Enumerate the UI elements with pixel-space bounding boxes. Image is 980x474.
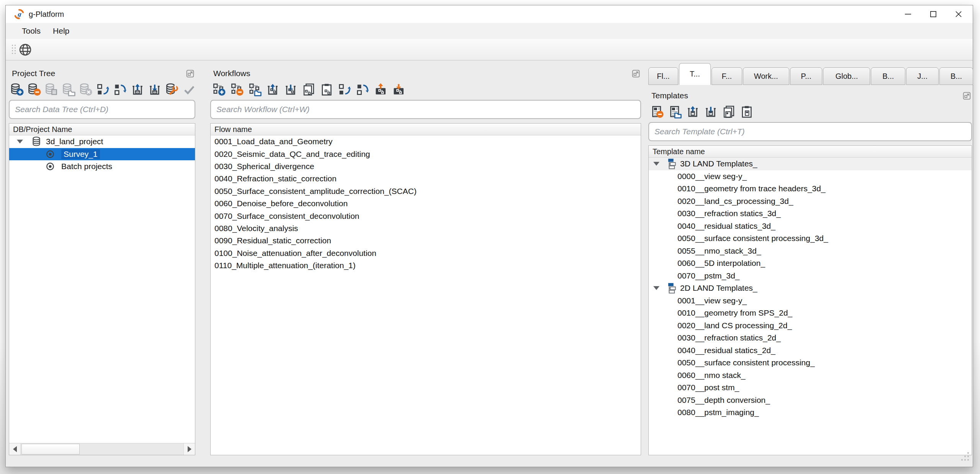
template-label: 0040__residual statics_2d_ bbox=[677, 346, 775, 355]
template-open-button[interactable] bbox=[667, 104, 682, 120]
workflow-row[interactable]: 0050_Surface_consistent_amplitude_correc… bbox=[211, 185, 641, 197]
template-group-row[interactable]: 2D LAND Templates_ bbox=[649, 282, 972, 295]
close-button[interactable] bbox=[946, 6, 971, 22]
maximize-button[interactable] bbox=[921, 6, 946, 22]
workflow-row[interactable]: 0001_Load_data_and_Geometry bbox=[211, 135, 641, 148]
scroll-right-arrow[interactable] bbox=[183, 443, 195, 455]
tab-7[interactable]: B... bbox=[871, 67, 905, 85]
template-row[interactable]: 0050__surface consistent processing_3d_ bbox=[649, 232, 972, 245]
tab-1[interactable]: Fl... bbox=[648, 67, 678, 85]
window-resize-grip[interactable] bbox=[956, 451, 970, 465]
template-row[interactable]: 0070__pstm_3d_ bbox=[649, 270, 972, 282]
expander-icon[interactable] bbox=[653, 162, 659, 166]
tree-item-batch-projects[interactable]: Batch projects bbox=[9, 160, 195, 173]
template-row[interactable]: 0010__geometry from trace headers_3d_ bbox=[649, 182, 972, 195]
template-import-button[interactable] bbox=[703, 104, 718, 120]
menu-item-tools[interactable]: Tools bbox=[16, 24, 47, 38]
workflow-copy-button[interactable] bbox=[301, 81, 316, 98]
flow-name-column-header[interactable]: Flow name bbox=[211, 124, 641, 135]
workflow-open-button[interactable] bbox=[247, 81, 262, 98]
workflow-row[interactable]: 0090_Residual_static_correction bbox=[211, 235, 641, 247]
template-label: 0070__post stm_ bbox=[677, 383, 739, 392]
template-row[interactable]: 0000__view seg-y_ bbox=[649, 170, 972, 183]
workflow-row[interactable]: 0020_Seismic_data_QC_and_trace_editing bbox=[211, 148, 641, 160]
database-import-button[interactable] bbox=[147, 81, 162, 98]
template-row[interactable]: 0030__refraction statics_3d_ bbox=[649, 207, 972, 220]
workflow-add-button[interactable] bbox=[211, 81, 226, 98]
database-remove-button[interactable] bbox=[27, 81, 41, 98]
template-copy-button[interactable] bbox=[721, 104, 736, 120]
right-dock-panel: Fl...T...F...Work...P...Glob...B...J...B… bbox=[648, 63, 973, 455]
workflow-row[interactable]: 0110_Multiple_attenuation_(iteration_1) bbox=[211, 259, 641, 272]
workflow-row[interactable]: 0030_Spherical_divergence bbox=[211, 160, 641, 173]
template-row[interactable]: 0040__residual statics_2d_ bbox=[649, 344, 972, 357]
tab-9[interactable]: B... bbox=[939, 67, 973, 85]
tree-item-survey-1[interactable]: Survey_1 bbox=[9, 148, 195, 161]
tab-5[interactable]: P... bbox=[790, 67, 823, 85]
scroll-left-arrow[interactable] bbox=[9, 443, 21, 455]
database-open-button[interactable] bbox=[61, 81, 76, 98]
tab-4[interactable]: Work... bbox=[743, 67, 789, 85]
workflow-row[interactable]: 0040_Refraction_static_correction bbox=[211, 173, 641, 185]
template-export-button[interactable] bbox=[685, 104, 700, 120]
search-template-input[interactable] bbox=[648, 122, 972, 141]
search-data-tree-input[interactable] bbox=[9, 100, 195, 119]
swap-left-button[interactable] bbox=[337, 81, 352, 98]
template-row[interactable]: 0040__residual statics_3d_ bbox=[649, 220, 972, 233]
db-project-name-column-header[interactable]: DB/Project Name bbox=[9, 124, 195, 135]
float-panel-icon[interactable] bbox=[961, 90, 972, 101]
database-icon bbox=[31, 136, 42, 147]
workflow-export-button[interactable] bbox=[265, 81, 280, 98]
tree-item-project[interactable]: 3d_land_project bbox=[9, 135, 195, 148]
database-add-button[interactable] bbox=[10, 81, 24, 98]
apply-check-button[interactable] bbox=[182, 81, 196, 98]
workflow-import-batch-button[interactable] bbox=[391, 81, 406, 98]
search-workflow-input[interactable] bbox=[210, 100, 641, 119]
template-name-column-header[interactable]: Template name bbox=[649, 146, 972, 158]
toolbar-drag-handle[interactable] bbox=[11, 43, 17, 56]
workflow-row[interactable]: 0070_Surface_consistent_deconvolution bbox=[211, 210, 641, 222]
database-tools-button[interactable] bbox=[165, 81, 179, 98]
menu-item-help[interactable]: Help bbox=[47, 24, 75, 38]
workflow-row[interactable]: 0100_Noise_attenuation_after_deconvoluti… bbox=[211, 247, 641, 259]
workflow-row[interactable]: 0060_Denoise_before_deconvolution bbox=[211, 197, 641, 210]
template-paste-button[interactable] bbox=[739, 104, 754, 120]
template-row[interactable]: 0010__geometry from SPS_2d_ bbox=[649, 307, 972, 319]
database-clear-button[interactable] bbox=[79, 81, 93, 98]
tab-8[interactable]: J... bbox=[906, 67, 939, 85]
tab-6[interactable]: Glob... bbox=[823, 67, 870, 85]
template-row[interactable]: 0050__surface consistent processing_ bbox=[649, 357, 972, 369]
template-row[interactable]: 0060__5D interpolation_ bbox=[649, 257, 972, 270]
template-row[interactable]: 0020__land_cs_processing_3d_ bbox=[649, 195, 972, 208]
swap-right-button[interactable] bbox=[355, 81, 370, 98]
float-panel-icon[interactable] bbox=[184, 68, 196, 79]
globe-button[interactable] bbox=[17, 41, 33, 58]
expander-icon[interactable] bbox=[653, 286, 659, 290]
workflow-row[interactable]: 0080_Velocity_analysis bbox=[211, 222, 641, 235]
database-details-button[interactable] bbox=[44, 81, 59, 98]
template-remove-button[interactable] bbox=[649, 104, 664, 120]
workflow-import-button[interactable] bbox=[283, 81, 298, 98]
minimize-button[interactable] bbox=[895, 6, 921, 22]
horizontal-scrollbar[interactable] bbox=[9, 443, 195, 455]
template-row[interactable]: 0055__nmo_stack_3d_ bbox=[649, 245, 972, 257]
template-row[interactable]: 0030__refraction statics_2d_ bbox=[649, 332, 972, 344]
template-row[interactable]: 0080__pstm_imaging_ bbox=[649, 406, 972, 419]
template-row[interactable]: 0001__view seg-y_ bbox=[649, 295, 972, 307]
tab-3[interactable]: F... bbox=[712, 67, 742, 85]
template-row[interactable]: 0075__depth conversion_ bbox=[649, 394, 972, 407]
workflow-remove-button[interactable] bbox=[229, 81, 244, 98]
scrollbar-thumb[interactable] bbox=[21, 444, 80, 454]
workflow-export-batch-button[interactable] bbox=[373, 81, 388, 98]
database-export-button[interactable] bbox=[130, 81, 145, 98]
workflow-paste-button[interactable] bbox=[319, 81, 334, 98]
template-group-row[interactable]: 3D LAND Templates_ bbox=[649, 158, 972, 170]
swap-left-button[interactable] bbox=[96, 81, 110, 98]
template-row[interactable]: 0070__post stm_ bbox=[649, 381, 972, 394]
float-panel-icon[interactable] bbox=[630, 68, 641, 79]
template-row[interactable]: 0020__land CS processing_2d_ bbox=[649, 319, 972, 332]
expander-icon[interactable] bbox=[17, 140, 23, 143]
swap-right-button[interactable] bbox=[113, 81, 128, 98]
template-row[interactable]: 0060__nmo stack_ bbox=[649, 369, 972, 382]
tab-2[interactable]: T... bbox=[679, 63, 711, 85]
